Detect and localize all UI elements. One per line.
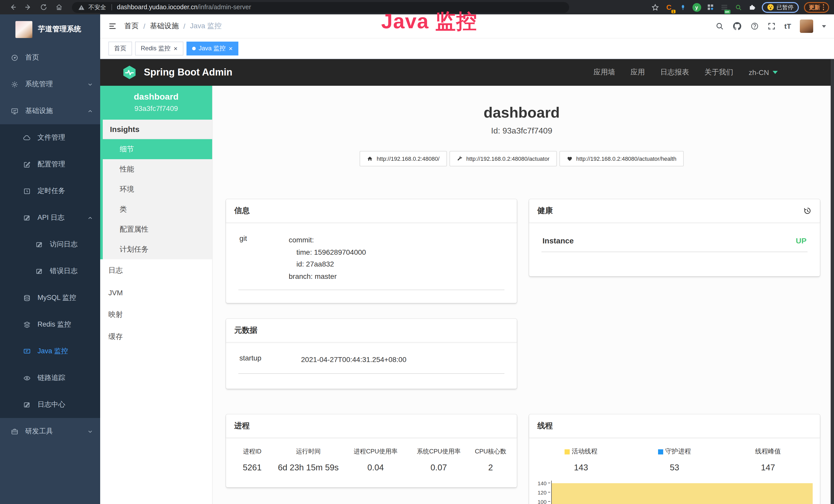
sidebar-item-home[interactable]: 首页 — [0, 44, 100, 71]
extension-search-icon[interactable] — [734, 3, 743, 12]
paused-label: 已暂停 — [776, 3, 793, 11]
sba-nav-about[interactable]: 关于我们 — [705, 68, 733, 77]
sba-item-caches[interactable]: 缓存 — [100, 325, 212, 348]
history-icon[interactable] — [803, 206, 812, 215]
card-title: 线程 — [537, 421, 553, 431]
log-edit-icon — [23, 401, 31, 409]
sba-item-environment[interactable]: 环境 — [103, 179, 212, 199]
sba-item-logs[interactable]: 日志 — [100, 259, 212, 281]
extension-pin-icon[interactable] — [678, 3, 687, 12]
reload-icon[interactable] — [36, 4, 51, 11]
hamburger-icon[interactable] — [108, 22, 117, 30]
health-url-link[interactable]: http://192.168.0.2:48080/actuator/health — [559, 151, 683, 166]
fullscreen-icon[interactable] — [767, 22, 776, 30]
sba-language-select[interactable]: zh-CN — [749, 68, 778, 76]
breadcrumb-infra[interactable]: 基础设施 — [150, 22, 179, 31]
sidebar-item-dev-tools[interactable]: 研发工具 — [0, 418, 100, 445]
health-row-instance: Instance UP — [542, 223, 808, 252]
bookmark-star-icon[interactable] — [651, 3, 659, 12]
sidebar-item-tracing[interactable]: 链路追踪 — [0, 365, 100, 391]
update-browser-button[interactable]: 更新 — [804, 2, 829, 13]
card-title: 健康 — [537, 206, 553, 216]
sidebar-item-system[interactable]: 系统管理 — [0, 71, 100, 97]
threads-area-chart: 140 120 100 — [533, 480, 814, 504]
monitor-icon — [11, 107, 19, 115]
info-key: git — [239, 234, 289, 282]
font-size-icon[interactable]: tT — [785, 22, 791, 30]
vertical-scrollbar[interactable] — [831, 59, 834, 504]
app-title: 芋道管理系统 — [38, 25, 81, 34]
sidebar-item-access-log[interactable]: 访问日志 — [0, 231, 100, 258]
search-icon[interactable] — [716, 22, 724, 30]
extension-y-icon[interactable]: y — [692, 3, 701, 12]
back-icon[interactable] — [5, 4, 21, 11]
sidebar-item-log-center[interactable]: 日志中心 — [0, 391, 100, 418]
sidebar-item-config-manage[interactable]: 配置管理 — [0, 151, 100, 178]
metadata-card: 元数据 startup 2021-04-27T00:44:31.254+08:0… — [226, 319, 517, 389]
sba-instance-header[interactable]: dashboard 93a3fc7f7409 — [100, 86, 212, 120]
extension-grid-icon[interactable] — [706, 3, 715, 12]
extension-colorzilla-icon[interactable]: C1 — [664, 3, 673, 12]
user-avatar[interactable] — [800, 20, 813, 33]
sidebar-item-mysql-monitor[interactable]: MySQL 监控 — [0, 284, 100, 311]
actuator-url-link[interactable]: http://192.168.0.2:48080/actuator — [449, 151, 556, 166]
close-icon[interactable]: × — [174, 45, 177, 52]
sba-nav-applications[interactable]: 应用 — [631, 68, 645, 77]
sba-item-classes[interactable]: 类 — [103, 199, 212, 219]
extensions-puzzle-icon[interactable] — [748, 3, 756, 12]
sidebar-item-redis-monitor[interactable]: Redis 监控 — [0, 311, 100, 338]
service-url-link[interactable]: http://192.168.0.2:48080/ — [359, 151, 447, 166]
sba-group-label[interactable]: Insights — [103, 120, 212, 139]
avatar-caret-icon[interactable] — [822, 25, 826, 27]
github-icon[interactable] — [732, 22, 742, 31]
sidebar-item-scheduled-jobs[interactable]: 定时任务 — [0, 178, 100, 204]
briefcase-icon — [11, 428, 19, 435]
header-actions: tT — [716, 20, 826, 33]
sba-item-mappings[interactable]: 映射 — [100, 303, 212, 325]
extension-tampermonkey-icon[interactable]: on — [720, 3, 729, 12]
legend-swatch-daemon — [658, 449, 663, 454]
sidebar-item-error-log[interactable]: 错误日志 — [0, 258, 100, 284]
sba-item-config-props[interactable]: 配置属性 — [103, 219, 212, 239]
log-edit-icon — [36, 267, 43, 275]
app-brand[interactable]: 芋道管理系统 — [0, 15, 100, 44]
sidebar-item-infrastructure[interactable]: 基础设施 — [0, 97, 100, 124]
sba-item-jvm[interactable]: JVM — [100, 281, 212, 303]
sidebar-item-file-manage[interactable]: 文件管理 — [0, 124, 100, 151]
cloud-upload-icon — [23, 134, 31, 141]
eye-icon — [23, 374, 31, 382]
help-icon[interactable] — [750, 22, 759, 30]
close-icon[interactable]: × — [229, 45, 233, 52]
admin-sidebar: 芋道管理系统 首页 系统管理 基础设施 文件管理 配置管理 — [0, 15, 100, 504]
sidebar-item-java-monitor[interactable]: Java 监控 — [0, 338, 100, 365]
home-icon[interactable] — [51, 4, 67, 11]
sba-nav-wallboard[interactable]: 应用墙 — [594, 68, 615, 77]
address-bar[interactable]: 不安全 dashboard.yudao.iocoder.cn/infra/adm… — [72, 2, 569, 13]
more-menu-icon[interactable] — [823, 4, 824, 10]
status-badge: UP — [796, 236, 807, 245]
security-label[interactable]: 不安全 — [88, 3, 106, 11]
tab-java-monitor[interactable]: Java 监控× — [186, 42, 238, 55]
sba-nav-journal[interactable]: 日志报表 — [660, 68, 689, 77]
monitor-icon — [23, 347, 31, 355]
sba-sidebar: dashboard 93a3fc7f7409 Insights 细节 性能 环境… — [100, 86, 213, 504]
sba-brand[interactable]: Spring Boot Admin — [144, 67, 233, 78]
forward-icon[interactable] — [21, 4, 36, 11]
health-card: 健康 Instance UP — [529, 199, 820, 276]
tags-view-bar: 首页 Redis 监控× Java 监控× — [100, 39, 834, 59]
tab-redis-monitor[interactable]: Redis 监控× — [135, 42, 183, 55]
home-icon — [367, 156, 373, 162]
sba-item-scheduled-tasks[interactable]: 计划任务 — [103, 239, 212, 259]
sidebar-item-api-log[interactable]: API 日志 — [0, 204, 100, 231]
breadcrumb-home[interactable]: 首页 — [124, 22, 139, 31]
tab-home[interactable]: 首页 — [108, 42, 132, 55]
paused-badge[interactable]: 已暂停 — [762, 2, 798, 13]
screen: 不安全 dashboard.yudao.iocoder.cn/infra/adm… — [0, 0, 834, 504]
sba-item-details[interactable]: 细节 — [103, 139, 212, 159]
chevron-down-icon — [773, 71, 778, 74]
update-label: 更新 — [809, 3, 820, 11]
sba-item-metrics[interactable]: 性能 — [103, 159, 212, 179]
app-logo — [16, 21, 32, 38]
browser-actions: C1 y on 已暂停 更新 — [651, 2, 829, 13]
instance-name: dashboard — [100, 92, 212, 102]
